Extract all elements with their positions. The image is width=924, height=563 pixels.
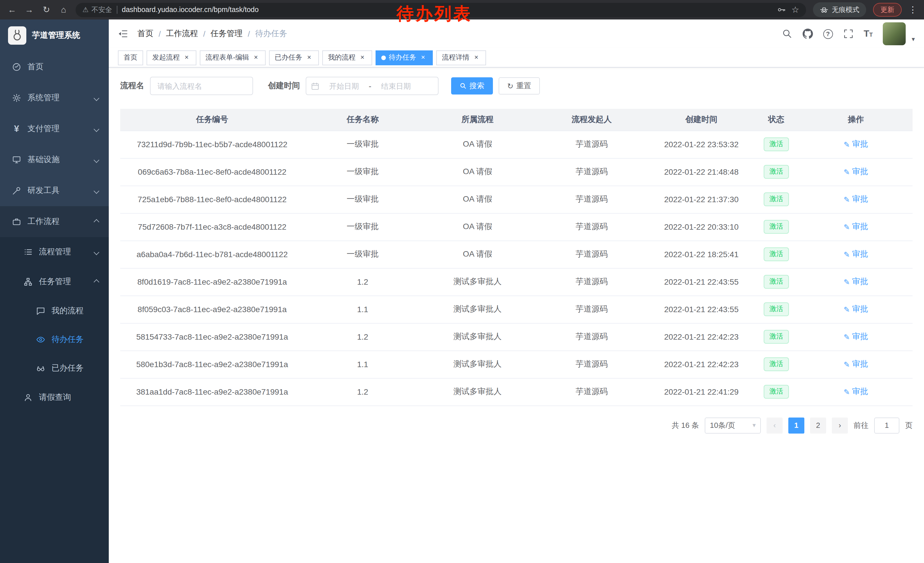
caret-down-icon[interactable]: ▾ [912, 36, 915, 45]
font-size-icon[interactable]: TT [864, 29, 873, 39]
table-row: 75d72608-7b7f-11ec-a3c8-acde48001122 一级审… [120, 213, 912, 240]
reload-icon[interactable]: ↻ [41, 0, 51, 20]
page-button-2[interactable]: 2 [810, 417, 826, 433]
glasses-icon [36, 363, 46, 374]
process-name-input[interactable] [150, 77, 253, 95]
tab-home[interactable]: 首页 [118, 50, 143, 65]
search-button-label: 搜索 [470, 81, 484, 91]
sidebar-fold-icon[interactable] [118, 29, 128, 39]
sidebar-item-my-process[interactable]: 我的流程 [0, 297, 109, 325]
tab-close-icon[interactable]: × [358, 54, 366, 62]
tab-start-process[interactable]: 发起流程 × [147, 50, 196, 65]
yen-icon: ¥ [12, 124, 22, 134]
tab-close-icon[interactable]: × [305, 54, 313, 62]
breadcrumb-home[interactable]: 首页 [137, 29, 153, 39]
approve-link[interactable]: ✎ 审批 [844, 332, 868, 342]
approve-link[interactable]: ✎ 审批 [844, 249, 868, 260]
next-page-button[interactable]: › [832, 417, 848, 433]
tab-todo-task[interactable]: 待办任务 × [375, 50, 433, 65]
help-icon[interactable]: ? [823, 29, 833, 39]
back-icon[interactable]: ← [7, 0, 17, 20]
browser-menu-icon[interactable]: ⋮ [909, 5, 917, 15]
sidebar-item-workflow[interactable]: 工作流程 [0, 206, 109, 237]
reset-button[interactable]: ↻ 重置 [499, 77, 540, 95]
sidebar-item-done-task[interactable]: 已办任务 [0, 354, 109, 383]
col-status: 状态 [753, 109, 800, 131]
tab-done-task[interactable]: 已办任务 × [269, 50, 319, 65]
forward-icon[interactable]: → [24, 0, 34, 20]
approve-link-label: 审批 [852, 277, 868, 287]
sidebar-item-task-mgmt[interactable]: 任务管理 [0, 267, 109, 297]
approve-link[interactable]: ✎ 审批 [844, 222, 868, 232]
menu-label: 任务管理 [39, 277, 71, 287]
security-warning[interactable]: ⚠ 不安全 [82, 5, 112, 15]
page-button-1[interactable]: 1 [788, 417, 804, 433]
approve-link-label: 审批 [852, 387, 868, 397]
cell-process: OA 请假 [422, 186, 534, 213]
omnibox-divider [117, 6, 117, 14]
date-range-picker[interactable]: - [306, 77, 438, 95]
github-icon[interactable] [802, 29, 813, 39]
col-initiator: 流程发起人 [534, 109, 650, 131]
approve-link[interactable]: ✎ 审批 [844, 304, 868, 314]
start-date-input[interactable] [322, 82, 366, 90]
cell-created: 2022-01-21 22:42:23 [650, 350, 753, 378]
sidebar-item-devtools[interactable]: 研发工具 [0, 175, 109, 206]
approve-link[interactable]: ✎ 审批 [844, 387, 868, 397]
tab-form-edit[interactable]: 流程表单-编辑 × [200, 50, 266, 65]
cell-initiator: 芋道源码 [534, 350, 650, 378]
approve-link[interactable]: ✎ 审批 [844, 277, 868, 287]
approve-link[interactable]: ✎ 审批 [844, 139, 868, 150]
approve-link[interactable]: ✎ 审批 [844, 359, 868, 369]
col-created: 创建时间 [650, 109, 753, 131]
tab-label: 已办任务 [275, 53, 302, 62]
gear-icon [12, 93, 22, 103]
user-avatar[interactable] [883, 23, 906, 45]
tab-close-icon[interactable]: × [183, 54, 190, 62]
pagination: 共 16 条 10条/页 ▾ ‹ 1 2 › 前往 页 [120, 417, 912, 433]
sidebar-item-process-mgmt[interactable]: 流程管理 [0, 237, 109, 267]
app-logo-row[interactable]: 芋道管理系统 [0, 20, 109, 51]
sidebar-item-todo-task[interactable]: 待办任务 [0, 325, 109, 354]
prev-page-button[interactable]: ‹ [766, 417, 783, 433]
screen: ← → ↻ ⌂ ⚠ 不安全 dashboard.yudao.iocoder.cn… [0, 0, 924, 563]
menu-label: 流程管理 [39, 247, 71, 257]
sidebar-item-system[interactable]: 系统管理 [0, 83, 109, 113]
goto-page-input[interactable] [874, 417, 899, 433]
approve-link[interactable]: ✎ 审批 [844, 167, 868, 177]
end-date-input[interactable] [374, 82, 418, 90]
cell-task-name: 1.2 [304, 323, 422, 350]
sidebar-item-infrastructure[interactable]: 基础设施 [0, 144, 109, 175]
breadcrumb-workflow[interactable]: 工作流程 [166, 29, 198, 39]
password-key-icon[interactable] [777, 5, 786, 14]
page-content: 流程名 创建时间 - 搜索 ↻ 重置 [109, 68, 924, 563]
sidebar-item-payment[interactable]: ¥ 支付管理 [0, 113, 109, 144]
tab-close-icon[interactable]: × [419, 54, 427, 62]
cell-task-id: 8f0d1619-7ac8-11ec-a9e2-a2380e71991a [120, 268, 304, 296]
cell-process: 测试多审批人 [422, 378, 534, 405]
page-size-select[interactable]: 10条/页 ▾ [705, 417, 761, 433]
approve-link[interactable]: ✎ 审批 [844, 194, 868, 204]
tab-close-icon[interactable]: × [252, 54, 260, 62]
search-button[interactable]: 搜索 [451, 77, 493, 95]
bookmark-star-icon[interactable]: ☆ [792, 5, 799, 15]
tab-close-icon[interactable]: × [472, 54, 480, 62]
tab-my-process[interactable]: 我的流程 × [322, 50, 372, 65]
status-badge: 激活 [764, 248, 789, 261]
cell-created: 2022-01-22 21:48:48 [650, 158, 753, 186]
cell-process: 测试多审批人 [422, 323, 534, 350]
home-icon[interactable]: ⌂ [58, 0, 69, 20]
search-icon[interactable] [782, 29, 792, 39]
sidebar-item-leave-query[interactable]: 请假查询 [0, 383, 109, 412]
cell-task-name: 一级审批 [304, 131, 422, 158]
sidebar-item-home[interactable]: 首页 [0, 51, 109, 83]
breadcrumb-task-mgmt[interactable]: 任务管理 [211, 29, 243, 39]
fullscreen-icon[interactable] [843, 29, 853, 39]
status-badge: 激活 [764, 165, 789, 179]
cell-task-id: 58154733-7ac8-11ec-a9e2-a2380e71991a [120, 323, 304, 350]
cell-created: 2022-01-22 18:25:41 [650, 240, 753, 268]
navbar-actions: ? TT ▾ [782, 23, 915, 45]
update-button[interactable]: 更新 [873, 3, 902, 17]
cell-task-id: 069c6a63-7b8a-11ec-8ef0-acde48001122 [120, 158, 304, 186]
tab-process-detail[interactable]: 流程详情 × [436, 50, 486, 65]
